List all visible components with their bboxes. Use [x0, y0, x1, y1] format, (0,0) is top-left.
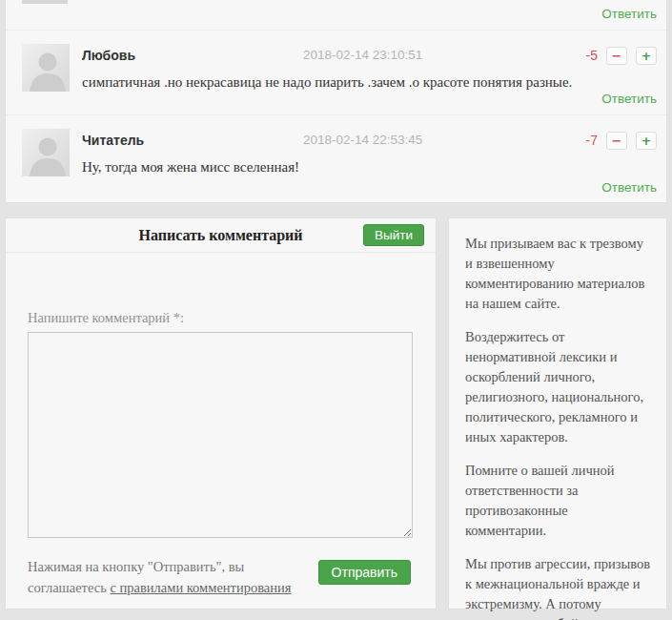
comment-text: Ну, тогда моя жена мисс вселенная! — [82, 158, 657, 177]
comments-panel: Ответить Любовь 2018-02-14 23:10:51 -5 −… — [5, 0, 667, 203]
comment-timestamp: 2018-02-14 22:53:45 — [303, 133, 422, 147]
avatar-partial — [22, 0, 68, 4]
page: { "comments": { "reply_label": "Ответить… — [0, 0, 672, 620]
rules-paragraph: Помните о вашей личной ответственности з… — [465, 461, 652, 541]
downvote-button[interactable]: − — [606, 132, 627, 150]
comment-header: Любовь 2018-02-14 23:10:51 -5 − + — [82, 46, 657, 65]
comment-form-panel: Написать комментарий Выйти Напишите комм… — [5, 217, 437, 610]
rules-paragraph: Воздержитесь от ненормативной лексики и … — [465, 327, 652, 447]
upvote-button[interactable]: + — [636, 132, 657, 150]
rules-panel: Мы призываем вас к трезвому и взвешенном… — [448, 217, 667, 610]
comment-textarea[interactable] — [28, 332, 413, 538]
vote-controls: -5 − + — [586, 47, 657, 65]
comment-text: симпатичная .но некрасавица не надо пиар… — [82, 73, 657, 93]
comment-item: Любовь 2018-02-14 23:10:51 -5 − + симпат… — [6, 31, 666, 115]
comment-item: Читатель 2018-02-14 22:53:45 -7 − + Ну, … — [6, 115, 666, 203]
avatar — [22, 129, 70, 176]
vote-controls: -7 − + — [586, 132, 657, 150]
reply-link[interactable]: Ответить — [601, 180, 657, 195]
person-icon — [22, 44, 70, 92]
comment-field-label: Напишите комментарий *: — [28, 310, 184, 326]
rules-paragraph: Мы призываем вас к трезвому и взвешенном… — [465, 234, 652, 314]
rules-paragraph: Мы против агрессии, призывов к межнацион… — [465, 554, 652, 620]
avatar — [22, 44, 70, 92]
submit-button[interactable]: Отправить — [318, 560, 411, 585]
form-body: Напишите комментарий *: Нажимая на кнопк… — [6, 253, 436, 610]
comment-author: Любовь — [82, 48, 135, 63]
consent-text: Нажимая на кнопку "Отправить", вы соглаш… — [28, 556, 314, 599]
upvote-button[interactable]: + — [636, 47, 657, 65]
reply-link[interactable]: Ответить — [601, 7, 657, 21]
commenting-rules-link[interactable]: с правилами комментирования — [110, 580, 291, 595]
reply-link[interactable]: Ответить — [601, 92, 657, 106]
downvote-button[interactable]: − — [606, 47, 627, 65]
comment-body: Любовь 2018-02-14 23:10:51 -5 − + симпат… — [82, 44, 657, 114]
partial-comment: Ответить — [6, 0, 666, 31]
comment-author: Читатель — [82, 133, 144, 148]
comment-rating: -5 — [586, 48, 598, 63]
comment-body: Читатель 2018-02-14 22:53:45 -7 − + Ну, … — [82, 129, 657, 203]
comment-header: Читатель 2018-02-14 22:53:45 -7 − + — [82, 131, 657, 150]
comment-timestamp: 2018-02-14 23:10:51 — [303, 48, 422, 62]
person-icon — [22, 129, 70, 176]
logout-button[interactable]: Выйти — [363, 224, 424, 246]
form-header: Написать комментарий Выйти — [6, 218, 436, 253]
comment-rating: -7 — [586, 133, 598, 148]
